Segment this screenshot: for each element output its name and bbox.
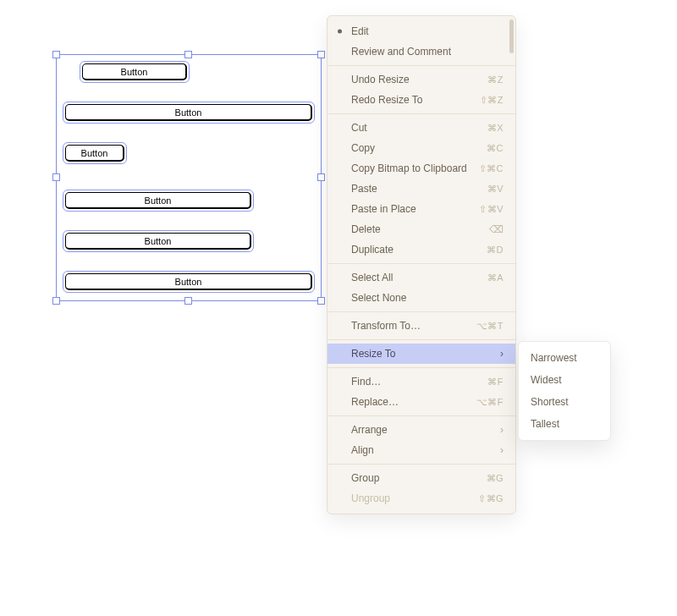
resize-handle-mr[interactable]: [317, 173, 325, 181]
menu-item-group[interactable]: Group ⌘G: [327, 468, 515, 488]
menu-item-ungroup: Ungroup ⇧⌘G: [327, 488, 515, 509]
resize-handle-tr[interactable]: [317, 51, 325, 58]
menu-item-label: Paste: [351, 183, 377, 195]
menu-item-label: Duplicate: [351, 244, 394, 256]
chevron-right-icon: ›: [500, 424, 504, 436]
menu-title-edit: Edit: [327, 21, 515, 41]
chevron-right-icon: ›: [500, 444, 504, 456]
chevron-right-icon: ›: [500, 348, 504, 360]
menu-divider: [327, 339, 515, 340]
submenu-item-label: Widest: [531, 374, 562, 386]
menu-shortcut: ⇧⌘V: [479, 204, 504, 215]
canvas-button-label: Button: [65, 233, 251, 250]
resize-handle-ml[interactable]: [52, 173, 60, 181]
menu-item-label: Cut: [351, 122, 367, 134]
menu-item-label: Resize To: [351, 348, 395, 360]
menu-shortcut: ⇧⌘G: [478, 493, 504, 504]
menu-item-select-none[interactable]: Select None: [327, 288, 515, 308]
menu-item-label: Redo Resize To: [351, 94, 423, 106]
canvas-button[interactable]: Button: [63, 190, 254, 212]
menu-shortcut: ⌘D: [487, 245, 504, 256]
menu-shortcut: ⌘X: [487, 123, 504, 134]
menu-item-label: Undo Resize: [351, 74, 410, 85]
menu-divider: [327, 415, 515, 416]
menu-shortcut: ⌘A: [487, 272, 504, 283]
menu-item-label: Ungroup: [351, 492, 390, 504]
submenu-item-label: Narrowest: [531, 352, 577, 364]
submenu-item-label: Tallest: [531, 418, 559, 430]
menu-item-label: Replace…: [351, 396, 399, 408]
menu-item-label: Find…: [351, 376, 381, 388]
menu-shortcut: ⌘V: [487, 184, 504, 195]
canvas-button[interactable]: Button: [63, 102, 315, 124]
canvas-button[interactable]: Button: [63, 271, 315, 293]
menu-item-label: Transform To…: [351, 320, 421, 332]
menu-item-label: Delete: [351, 223, 381, 235]
menu-divider: [327, 65, 515, 66]
menu-shortcut: ⌘Z: [487, 74, 504, 85]
menu-item-copy-bitmap[interactable]: Copy Bitmap to Clipboard ⇧⌘C: [327, 158, 515, 179]
submenu-item-tallest[interactable]: Tallest: [519, 413, 610, 435]
menu-divider: [327, 113, 515, 114]
menu-shortcut: ⌥⌘T: [476, 321, 504, 332]
submenu-item-shortest[interactable]: Shortest: [519, 391, 610, 413]
menu-item-undo[interactable]: Undo Resize ⌘Z: [327, 69, 515, 90]
submenu-item-label: Shortest: [531, 396, 569, 408]
menu-item-label: Arrange: [351, 424, 388, 436]
menu-item-label: Select None: [351, 292, 406, 304]
menu-title-label: Edit: [351, 25, 369, 37]
delete-key-icon: ⌫: [489, 223, 504, 235]
menu-item-find[interactable]: Find… ⌘F: [327, 371, 515, 392]
canvas-button-label: Button: [65, 145, 124, 162]
menu-item-align[interactable]: Align ›: [327, 440, 515, 460]
canvas-button-label: Button: [65, 273, 312, 290]
menu-divider: [327, 263, 515, 264]
selection-bounds: [56, 54, 322, 301]
menu-item-label: Paste in Place: [351, 203, 416, 215]
menu-item-label: Group: [351, 472, 379, 484]
canvas-button[interactable]: Button: [80, 61, 190, 83]
menu-item-duplicate[interactable]: Duplicate ⌘D: [327, 239, 515, 260]
resize-handle-tl[interactable]: [52, 51, 60, 58]
menu-item-arrange[interactable]: Arrange ›: [327, 420, 515, 440]
menu-item-label: Copy Bitmap to Clipboard: [351, 162, 467, 174]
menu-shortcut: ⇧⌘C: [479, 163, 504, 174]
menu-item-select-all[interactable]: Select All ⌘A: [327, 267, 515, 288]
submenu-item-widest[interactable]: Widest: [519, 369, 610, 391]
menu-item-delete[interactable]: Delete ⌫: [327, 219, 515, 239]
menu-shortcut: ⌘F: [487, 377, 504, 388]
menu-item-label: Align: [351, 444, 374, 456]
menu-shortcut: ⌘G: [487, 473, 504, 484]
menu-divider: [327, 464, 515, 465]
menu-item-paste-in-place[interactable]: Paste in Place ⇧⌘V: [327, 199, 515, 219]
menu-item-transform-to[interactable]: Transform To… ⌥⌘T: [327, 316, 515, 336]
canvas-selection[interactable]: Button Button Button Button Button Butto…: [63, 61, 315, 294]
submenu-item-narrowest[interactable]: Narrowest: [519, 347, 610, 369]
menu-divider: [327, 367, 515, 368]
canvas-button-label: Button: [65, 104, 312, 121]
resize-handle-bl[interactable]: [52, 297, 60, 305]
menu-shortcut: ⌘C: [487, 143, 504, 154]
menu-item-cut[interactable]: Cut ⌘X: [327, 118, 515, 138]
menu-item-paste[interactable]: Paste ⌘V: [327, 179, 515, 199]
canvas-button[interactable]: Button: [63, 230, 254, 252]
menu-shortcut: ⇧⌘Z: [480, 95, 504, 106]
context-menu[interactable]: Edit Review and Comment Undo Resize ⌘Z R…: [327, 15, 516, 514]
menu-item-label: Copy: [351, 142, 375, 154]
menu-item-copy[interactable]: Copy ⌘C: [327, 138, 515, 158]
canvas-button-label: Button: [65, 192, 251, 209]
menu-shortcut: ⌥⌘F: [476, 397, 504, 408]
menu-item-resize-to[interactable]: Resize To ›: [327, 344, 515, 364]
submenu-resize-to[interactable]: Narrowest Widest Shortest Tallest: [518, 341, 611, 441]
menu-item-replace[interactable]: Replace… ⌥⌘F: [327, 392, 515, 412]
bullet-icon: [338, 30, 342, 34]
resize-handle-br[interactable]: [317, 297, 325, 305]
canvas-button-label: Button: [82, 63, 187, 80]
resize-handle-bm[interactable]: [184, 297, 192, 305]
menu-item-review-comment[interactable]: Review and Comment: [327, 41, 515, 62]
menu-item-label: Review and Comment: [351, 46, 451, 58]
resize-handle-tm[interactable]: [184, 51, 192, 58]
menu-divider: [327, 311, 515, 312]
menu-item-redo[interactable]: Redo Resize To ⇧⌘Z: [327, 90, 515, 110]
canvas-button[interactable]: Button: [63, 142, 127, 164]
